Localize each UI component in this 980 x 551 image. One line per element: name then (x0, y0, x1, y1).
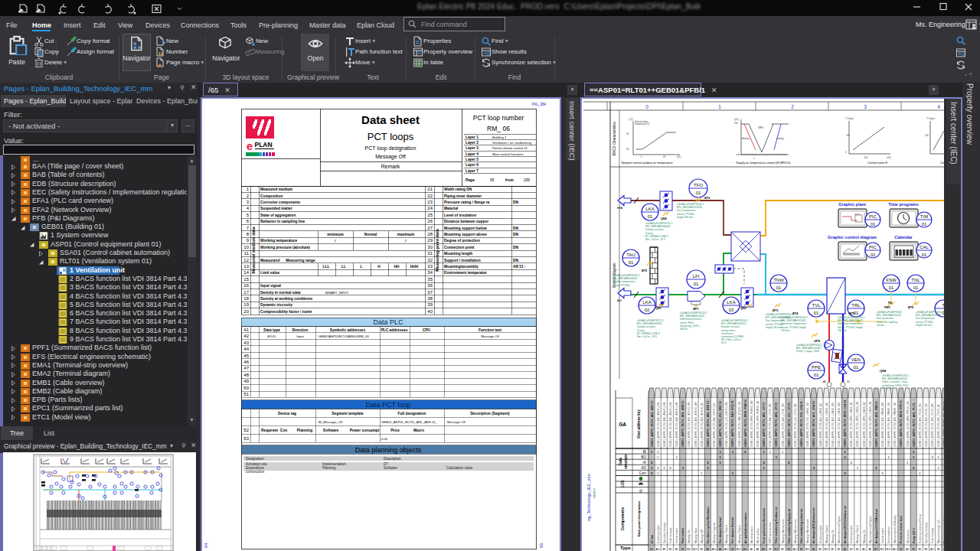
svg-text:length 130 mm: length 130 mm (916, 324, 932, 327)
svg-text:Layer 1: Layer 1 (466, 135, 479, 139)
svg-text:Heating: Heating (742, 137, 750, 140)
svg-text:QN3: QN3 (740, 307, 746, 310)
svg-text:33: 33 (427, 264, 433, 269)
svg-text:FW1: FW1 (884, 306, 890, 309)
svg-text:51: 51 (243, 392, 249, 396)
svg-text:maximum: maximum (397, 233, 414, 236)
svg-text:37: 37 (427, 290, 433, 295)
svg-text:Data PCT loop: Data PCT loop (366, 401, 411, 409)
svg-text:Macro: Macro (413, 429, 424, 432)
svg-text:Graphic plant: Graphic plant (838, 202, 866, 207)
svg-text:GEB01_ASP01_RLT01_ANL_PU 01: GEB01_ASP01_RLT01_ANL_PU 01 (913, 403, 916, 447)
svg-text:GEB01_ASP01_RLT01_WRG_LKA 01_B: GEB01_ASP01_RLT01_WRG_LKA 01_BZ (863, 402, 866, 447)
svg-text:22: 22 (427, 194, 433, 198)
svg-text:BI: BI (769, 548, 772, 551)
svg-text:44: 44 (243, 347, 249, 351)
svg-text:BI: BI (850, 548, 853, 551)
svg-text:39: 39 (427, 302, 433, 307)
svg-text:Behavior in sampling line: Behavior in sampling line (260, 220, 305, 223)
svg-text:10: 10 (243, 245, 249, 249)
svg-text:GEB01_ASP01_RLT01_ANL_PAB 01: GEB01_ASP01_RLT01_ANL_PAB 01 (875, 401, 878, 447)
svg-text:01: 01 (814, 373, 819, 377)
svg-text:Planning: Planning (322, 466, 336, 470)
svg-text:Symbolic addresses: Symbolic addresses (330, 328, 366, 332)
svg-text:40: 40 (427, 309, 433, 314)
svg-text:Layer 5: Layer 5 (466, 158, 479, 161)
svg-text:BI: BI (900, 548, 903, 551)
svg-text:@: @ (639, 489, 643, 493)
svg-text:Compressibility factor / isent: Compressibility factor / isentr (260, 310, 312, 314)
svg-text:State of aggregation: State of aggregation (260, 214, 296, 217)
svg-text:BO: BO (687, 548, 691, 551)
svg-text:65: 65 (490, 178, 495, 182)
svg-text:Pump 230 V: Pump 230 V (913, 527, 916, 543)
svg-text:Frost protection thermostat: Frost protection thermostat (763, 507, 766, 543)
svg-text:y (T): y (T) (629, 118, 633, 121)
svg-text:27: 27 (427, 226, 433, 230)
svg-text:19: 19 (243, 302, 249, 307)
svg-text:User address key: User address key (637, 409, 641, 439)
svg-text:20: 20 (626, 132, 629, 135)
svg-text:11: 11 (244, 251, 250, 256)
svg-text:Working pressure (absolute): Working pressure (absolute) (260, 246, 310, 249)
svg-text:Composition: Composition (260, 194, 283, 198)
svg-text:BI: BI (925, 548, 928, 551)
svg-text:Control output: Control output (675, 528, 678, 543)
svg-text:FNL_384: FNL_384 (531, 103, 546, 106)
svg-text:Device tag: Device tag (278, 412, 296, 416)
svg-text:2: 2 (791, 104, 794, 109)
svg-text:Filter monitoring extract air: Filter monitoring extract air (800, 508, 803, 543)
svg-text:length 130 mm: length 130 mm (677, 216, 693, 219)
svg-text:Pump, 1-stage, 230V: Pump, 1-stage, 230V (796, 350, 820, 353)
svg-text:GEB01_ASP01_RLT01_ANL_LFI 02: GEB01_ASP01_RLT01_ANL_LFI 02 (775, 403, 778, 447)
svg-text:GEB01_ASP01_RLT01_ZUL_BSK 02: GEB01_ASP01_RLT01_ZUL_BSK 02 (719, 401, 722, 447)
svg-text:GEB01_ASP01_RLT01_AUL_LKA 01_B: GEB01_ASP01_RLT01_AUL_LKA 01_BM (838, 403, 841, 447)
svg-text:GEB01_ASP01_RLT01_ANL_PU 01_SM: GEB01_ASP01_RLT01_ANL_PU 01_SM (925, 403, 928, 447)
svg-text:GEB01_ASP01_RLT01_ZUL_PDU 01: GEB01_ASP01_RLT01_ZUL_PDU 01 (943, 401, 944, 447)
svg-text:01: 01 (889, 285, 894, 290)
svg-text:LFI: LFI (693, 274, 700, 279)
svg-text:Message On: Message On (831, 530, 835, 543)
svg-text:BI: BI (781, 548, 784, 551)
svg-text:BO: BO (824, 548, 828, 551)
svg-text:Message Off: Message Off (701, 530, 704, 543)
svg-text:Layer 3: Layer 3 (466, 146, 479, 150)
svg-text:GEB01_ASP01_RLT01_WRG_LKA 01_S: GEB01_ASP01_RLT01_WRG_LKA 01_SA (856, 401, 859, 447)
svg-text:0.00: 0.00 (381, 437, 388, 441)
svg-text:Measured medium: Measured medium (260, 187, 292, 191)
svg-text:GEB01_ASP01_RLT01_ANL_PAB 01_B: GEB01_ASP01_RLT01_ANL_PAB 01_BM (881, 402, 884, 447)
svg-text:Measurand Measuring range: Measurand Measuring range (260, 259, 315, 262)
svg-text:Expenditure: Expenditure (246, 466, 265, 470)
svg-text:← 100 →: ← 100 → (861, 156, 871, 159)
svg-text:21: 21 (427, 187, 433, 191)
svg-text:GEB01_ASP01_RLT01_WRH_PSW 01_B: GEB01_ASP01_RLT01_WRH_PSW 01_BM (750, 400, 753, 447)
svg-text:Input signal: Input signal (260, 284, 281, 288)
svg-text:GA: GA (619, 422, 626, 427)
svg-text:Y Output: Y Output (845, 117, 854, 120)
svg-text:DN: DN (513, 246, 518, 249)
svg-text:HH: HH (394, 265, 400, 269)
svg-text:BP1: BP1 (693, 308, 698, 311)
svg-text:T: T (942, 303, 944, 308)
svg-text:GEB01_ASP01_RLT01_WKH_PPE 01: GEB01_ASP01_RLT01_WKH_PPE 01 (900, 400, 903, 447)
svg-text:Planning: Planning (297, 429, 312, 432)
svg-text:Software: Software (384, 466, 397, 470)
svg-text:GEB01_ASP01_RLT01_ZUL_LFI 03: GEB01_ASP01_RLT01_ZUL_LFI 03 (788, 403, 791, 447)
svg-text:Mix temperature: Mix temperature (750, 526, 753, 543)
svg-text:Mounting length: Mounting length (444, 252, 472, 256)
svg-text:GEB01_ASP01_RLT01_ABL_BSK 01_B: GEB01_ASP01_RLT01_ABL_BSK 01_BZ (713, 403, 716, 447)
svg-text:LKA: LKA (642, 300, 651, 305)
svg-text:Connection point: Connection point (444, 246, 475, 249)
svg-text:Pressure sensor duct: Pressure sensor duct (943, 515, 944, 543)
svg-text:AO: AO (893, 548, 897, 551)
svg-text:BI: BI (681, 548, 684, 551)
svg-text:02: 02 (645, 308, 650, 312)
svg-text:Switching output: Switching output (819, 525, 822, 543)
svg-text:Working temperature: Working temperature (260, 239, 297, 243)
svg-text:Density in normal state: Density in normal state (260, 291, 301, 295)
svg-text:GEB01_ASP01_RLT01_ANL_PAB 01_S: GEB01_ASP01_RLT01_ANL_PAB 01_SA (893, 402, 897, 447)
svg-text:Message Maintenance: Message Maintenance (794, 519, 797, 543)
svg-text:Fault message: Fault message (669, 527, 672, 543)
svg-text:Mounting support below: Mounting support below (444, 227, 487, 230)
svg-text:299: 299 (524, 178, 530, 182)
